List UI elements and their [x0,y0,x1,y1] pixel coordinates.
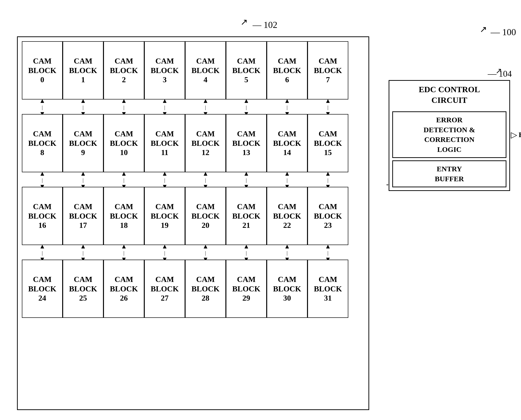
cam-block-9: CAMBLOCK9 [63,114,103,172]
arrow-11: ▲|▼ [144,173,185,187]
cam-block-2: CAMBLOCK2 [103,41,144,99]
cam-block-22: CAMBLOCK22 [267,187,307,245]
cam-block-20: CAMBLOCK20 [185,187,226,245]
cam-block-13: CAMBLOCK13 [226,114,267,172]
cam-block-25: CAMBLOCK25 [63,260,103,318]
arrow-18: ▲|▼ [103,246,144,260]
arrow-10: ▲|▼ [103,173,144,187]
diagram-container: — 102 ↗ — 100 ↗ CAMBLOCK0 CAMBLOCK1 CAMB… [10,15,520,415]
arrow-23: ▲|▼ [307,246,348,260]
edc-title: EDC CONTROLCIRCUIT [389,81,509,109]
arrow-6: ▲|▼ [267,101,307,114]
arrow-8: ▲|▼ [22,173,63,187]
cam-block-11: CAMBLOCK11 [144,114,185,172]
ref-104-arrow: ↗ [495,66,502,75]
row-16-23: CAMBLOCK16 CAMBLOCK17 CAMBLOCK18 CAMBLOC… [22,187,348,245]
error-detection-title: ERRORDETECTION &CORRECTIONLOGIC [393,112,506,157]
row-8-15: CAMBLOCK8 CAMBLOCK9 CAMBLOCK10 CAMBLOCK1… [22,114,348,172]
cam-block-23: CAMBLOCK23 [307,187,348,245]
arrow-0: ▲|▼ [22,101,63,114]
cam-block-6: CAMBLOCK6 [267,41,307,99]
ref-100-label: — 100 [491,27,516,37]
arrow-13: ▲|▼ [226,173,267,187]
arrow-1: ▲|▼ [63,101,103,114]
cam-block-27: CAMBLOCK27 [144,260,185,318]
arrow-12: ▲|▼ [185,173,226,187]
cam-block-3: CAMBLOCK3 [144,41,185,99]
cam-block-29: CAMBLOCK29 [226,260,267,318]
ref-100-arrow: ↗ [480,24,487,34]
cam-block-18: CAMBLOCK18 [103,187,144,245]
arrow-14: ▲|▼ [267,173,307,187]
cam-block-15: CAMBLOCK15 [307,114,348,172]
ref-102-label: — 102 [253,19,277,30]
arrow-17: ▲|▼ [63,246,103,260]
arrows-row2: ▲|▼ ▲|▼ ▲|▼ ▲|▼ ▲|▼ ▲|▼ ▲|▼ ▲|▼ [22,173,348,187]
arrows-row3: ▲|▼ ▲|▼ ▲|▼ ▲|▼ ▲|▼ ▲|▼ ▲|▼ ▲|▼ [22,246,348,260]
arrow-9: ▲|▼ [63,173,103,187]
entry-buffer-box: ENTRYBUFFER — 108 ↗ [392,160,506,187]
row-0-7: CAMBLOCK0 CAMBLOCK1 CAMBLOCK2 CAMBLOCK3 … [22,41,348,99]
cam-block-26: CAMBLOCK26 [103,260,144,318]
arrow-20: ▲|▼ [185,246,226,260]
cam-block-19: CAMBLOCK19 [144,187,185,245]
cam-block-12: CAMBLOCK12 [185,114,226,172]
ref-102-arrow: ↗ [240,17,248,27]
cam-block-5: CAMBLOCK5 [226,41,267,99]
entry-buffer-title: ENTRYBUFFER [393,161,506,187]
arrow-15: ▲|▼ [307,173,348,187]
arrow-16: ▲|▼ [22,246,63,260]
arrow-4: ▲|▼ [185,101,226,114]
row-24-31: CAMBLOCK24 CAMBLOCK25 CAMBLOCK26 CAMBLOC… [22,260,348,318]
cam-block-24: CAMBLOCK24 [22,260,63,318]
cam-block-31: CAMBLOCK31 [307,260,348,318]
arrow-19: ▲|▼ [144,246,185,260]
cam-block-0: CAMBLOCK0 [22,41,63,99]
cam-block-17: CAMBLOCK17 [63,187,103,245]
cam-block-7: CAMBLOCK7 [307,41,348,99]
arrow-22: ▲|▼ [267,246,307,260]
cam-block-21: CAMBLOCK21 [226,187,267,245]
arrows-row1: ▲|▼ ▲|▼ ▲|▼ ▲|▼ ▲|▼ ▲|▼ ▲|▼ ▲|▼ [22,101,348,114]
cam-block-30: CAMBLOCK30 [267,260,307,318]
cam-block-16: CAMBLOCK16 [22,187,63,245]
arrow-2: ▲|▼ [103,101,144,114]
cam-block-14: CAMBLOCK14 [267,114,307,172]
arrow-21: ▲|▼ [226,246,267,260]
edc-control-box: EDC CONTROLCIRCUIT — 104 ↗ ERRORDETECTIO… [389,80,510,191]
cam-block-28: CAMBLOCK28 [185,260,226,318]
arrow-3: ▲|▼ [144,101,185,114]
cam-block-8: CAMBLOCK8 [22,114,63,172]
cam-block-10: CAMBLOCK10 [103,114,144,172]
cam-block-4: CAMBLOCK4 [185,41,226,99]
cam-block-1: CAMBLOCK1 [63,41,103,99]
arrow-5: ▲|▼ [226,101,267,114]
er-output: ▷ ER [511,130,521,140]
arrow-7: ▲|▼ [307,101,348,114]
error-detection-box: ERRORDETECTION &CORRECTIONLOGIC ▷ ER — 1… [392,111,506,158]
